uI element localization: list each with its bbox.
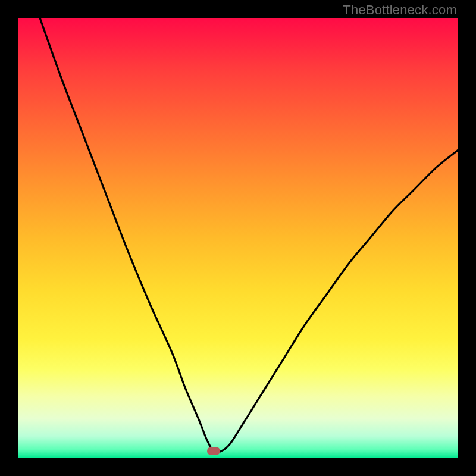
chart-frame: TheBottleneck.com [0, 0, 476, 476]
optimal-point-marker [207, 447, 220, 455]
watermark-text: TheBottleneck.com [343, 2, 457, 18]
bottleneck-curve [18, 18, 458, 458]
